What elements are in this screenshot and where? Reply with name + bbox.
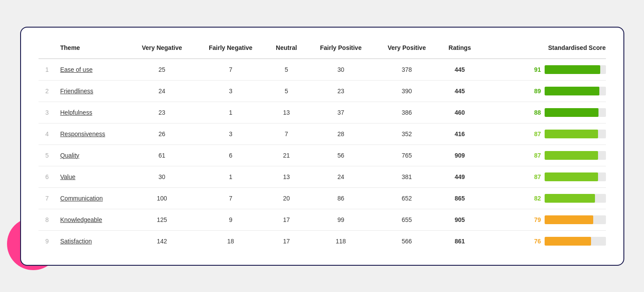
col-header-ratings: Ratings — [439, 41, 481, 59]
score-number: 76 — [531, 238, 541, 245]
bar-fill — [545, 172, 598, 181]
row-ratings: 416 — [439, 123, 481, 144]
row-score-cell: 91 — [481, 59, 606, 81]
row-theme: Value — [56, 166, 129, 187]
row-fairly-negative: 7 — [195, 187, 266, 209]
col-header-fairly-positive: Fairly Positive — [307, 41, 375, 59]
bar-container — [545, 215, 606, 224]
row-fairly-positive: 118 — [307, 230, 375, 252]
col-header-very-negative: Very Negative — [129, 41, 195, 59]
score-number: 87 — [531, 152, 541, 159]
row-fairly-positive: 56 — [307, 144, 375, 166]
row-score-cell: 79 — [481, 209, 606, 230]
row-fairly-negative: 7 — [195, 59, 266, 81]
row-theme: Satisfaction — [56, 230, 129, 252]
table-row: 2 Friendliness 24 3 5 23 390 445 89 — [39, 80, 606, 102]
row-score-cell: 87 — [481, 144, 606, 166]
theme-link[interactable]: Quality — [60, 152, 80, 159]
score-cell-container: 87 — [486, 151, 606, 160]
col-header-very-positive: Very Positive — [375, 41, 438, 59]
row-rank: 9 — [39, 230, 56, 252]
row-fairly-negative: 9 — [195, 209, 266, 230]
col-header-standardised-score: Standardised Score — [481, 41, 606, 59]
outer-wrapper: Theme Very Negative Fairly Negative Neut… — [11, 18, 633, 274]
bar-fill — [545, 237, 591, 246]
table-row: 7 Communication 100 7 20 86 652 865 82 — [39, 187, 606, 209]
theme-link[interactable]: Helpfulness — [60, 109, 92, 116]
score-cell-container: 88 — [486, 108, 606, 117]
row-score-cell: 82 — [481, 187, 606, 209]
row-ratings: 449 — [439, 166, 481, 187]
row-neutral: 7 — [266, 123, 307, 144]
bar-fill — [545, 130, 598, 138]
bar-fill — [545, 87, 599, 95]
score-cell-container: 82 — [486, 194, 606, 203]
row-fairly-positive: 30 — [307, 59, 375, 81]
row-ratings: 861 — [439, 230, 481, 252]
row-very-negative: 30 — [129, 166, 195, 187]
row-ratings: 909 — [439, 144, 481, 166]
bar-fill — [545, 151, 598, 160]
row-very-positive: 378 — [375, 59, 438, 81]
row-neutral: 17 — [266, 230, 307, 252]
theme-link[interactable]: Satisfaction — [60, 238, 92, 245]
col-header-theme: Theme — [56, 41, 129, 59]
row-very-positive: 386 — [375, 102, 438, 123]
row-very-negative: 23 — [129, 102, 195, 123]
row-fairly-negative: 3 — [195, 123, 266, 144]
row-score-cell: 88 — [481, 102, 606, 123]
row-very-positive: 381 — [375, 166, 438, 187]
score-cell-container: 91 — [486, 65, 606, 74]
score-number: 82 — [531, 195, 541, 202]
col-header-fairly-negative: Fairly Negative — [195, 41, 266, 59]
row-very-negative: 100 — [129, 187, 195, 209]
row-neutral: 5 — [266, 80, 307, 102]
row-fairly-negative: 18 — [195, 230, 266, 252]
bar-container — [545, 151, 606, 160]
score-number: 87 — [531, 130, 541, 137]
theme-link[interactable]: Value — [60, 173, 76, 180]
theme-link[interactable]: Knowledgeable — [60, 216, 102, 223]
row-rank: 5 — [39, 144, 56, 166]
score-cell-container: 89 — [486, 87, 606, 95]
row-ratings: 445 — [439, 80, 481, 102]
row-theme: Knowledgeable — [56, 209, 129, 230]
row-ratings: 865 — [439, 187, 481, 209]
bar-fill — [545, 194, 595, 203]
row-theme: Ease of use — [56, 59, 129, 81]
row-rank: 3 — [39, 102, 56, 123]
col-header-rank — [39, 41, 56, 59]
row-very-negative: 24 — [129, 80, 195, 102]
theme-link[interactable]: Friendliness — [60, 88, 93, 95]
row-theme: Friendliness — [56, 80, 129, 102]
row-fairly-positive: 23 — [307, 80, 375, 102]
row-neutral: 13 — [266, 102, 307, 123]
theme-link[interactable]: Communication — [60, 195, 103, 202]
row-theme: Helpfulness — [56, 102, 129, 123]
theme-link[interactable]: Responsiveness — [60, 130, 106, 137]
row-fairly-negative: 1 — [195, 102, 266, 123]
table-row: 9 Satisfaction 142 18 17 118 566 861 76 — [39, 230, 606, 252]
bar-fill — [545, 65, 600, 74]
row-neutral: 21 — [266, 144, 307, 166]
row-fairly-positive: 24 — [307, 166, 375, 187]
table-row: 3 Helpfulness 23 1 13 37 386 460 88 — [39, 102, 606, 123]
row-very-positive: 655 — [375, 209, 438, 230]
row-theme: Responsiveness — [56, 123, 129, 144]
row-very-positive: 652 — [375, 187, 438, 209]
score-number: 87 — [531, 173, 541, 180]
row-very-positive: 390 — [375, 80, 438, 102]
bar-container — [545, 65, 606, 74]
score-number: 79 — [531, 216, 541, 223]
table-row: 4 Responsiveness 26 3 7 28 352 416 87 — [39, 123, 606, 144]
row-fairly-negative: 1 — [195, 166, 266, 187]
row-very-positive: 352 — [375, 123, 438, 144]
row-score-cell: 76 — [481, 230, 606, 252]
bar-fill — [545, 108, 598, 117]
row-score-cell: 87 — [481, 166, 606, 187]
score-number: 88 — [531, 109, 541, 116]
row-ratings: 905 — [439, 209, 481, 230]
row-fairly-negative: 6 — [195, 144, 266, 166]
theme-link[interactable]: Ease of use — [60, 66, 93, 73]
bar-container — [545, 194, 606, 203]
